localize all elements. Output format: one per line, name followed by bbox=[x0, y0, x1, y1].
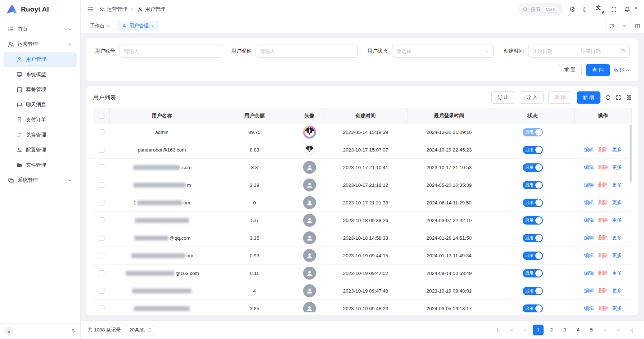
close-icon[interactable]: × bbox=[151, 23, 154, 29]
refresh-table-icon[interactable] bbox=[605, 95, 611, 100]
edit-link[interactable]: 编辑 bbox=[584, 217, 594, 223]
settings-gear-icon[interactable]: ⚙ bbox=[569, 6, 575, 13]
edit-link[interactable]: 编辑 bbox=[584, 147, 594, 152]
refresh-tab-icon[interactable] bbox=[605, 19, 618, 33]
collapse-filter-link[interactable]: 收起 bbox=[614, 67, 630, 73]
row-checkbox[interactable] bbox=[99, 270, 104, 276]
global-search[interactable]: 搜索 Ctrl K bbox=[519, 3, 562, 15]
delete-link[interactable]: 删除 bbox=[598, 253, 608, 258]
delete-link[interactable]: 删除 bbox=[598, 182, 608, 187]
sidebar-item-exchange-management[interactable]: 兑换管理 bbox=[4, 127, 77, 143]
edit-link[interactable]: 编辑 bbox=[584, 306, 594, 311]
user-status-select-value[interactable] bbox=[396, 48, 482, 54]
status-toggle[interactable]: 启用 bbox=[523, 128, 543, 136]
row-checkbox[interactable] bbox=[99, 217, 104, 223]
status-toggle[interactable]: 启用 bbox=[523, 252, 543, 260]
row-checkbox[interactable] bbox=[99, 147, 104, 153]
end-date-input[interactable] bbox=[580, 48, 618, 54]
status-toggle[interactable]: 启用 bbox=[523, 181, 543, 189]
delete-link[interactable]: 删除 bbox=[598, 147, 608, 152]
row-checkbox[interactable] bbox=[99, 200, 104, 205]
more-link[interactable]: 更多 bbox=[612, 217, 622, 223]
last-page-button[interactable]: ›| bbox=[626, 325, 637, 335]
status-toggle[interactable]: 启用 bbox=[523, 163, 543, 172]
page-button-3[interactable]: 3 bbox=[559, 325, 570, 335]
status-toggle[interactable]: 启用 bbox=[523, 234, 543, 242]
reset-button[interactable]: 重 置 bbox=[558, 64, 582, 76]
first-page-button[interactable]: |‹ bbox=[493, 325, 504, 335]
more-link[interactable]: 更多 bbox=[612, 270, 622, 276]
delete-link[interactable]: 删除 bbox=[598, 288, 608, 293]
status-toggle[interactable]: 启用 bbox=[523, 216, 543, 225]
import-button[interactable]: 导 入 bbox=[520, 91, 544, 104]
dark-mode-moon-icon[interactable]: ☾ bbox=[582, 6, 589, 13]
user-account-input[interactable] bbox=[124, 48, 217, 54]
delete-button[interactable]: 删 除 bbox=[548, 91, 572, 104]
more-link[interactable]: 更多 bbox=[612, 200, 622, 205]
select-all-checkbox[interactable] bbox=[99, 113, 104, 119]
more-link[interactable]: 更多 bbox=[612, 253, 622, 258]
search-button[interactable]: 查 询 bbox=[586, 64, 610, 76]
tab-workspace[interactable]: 工作台 × bbox=[86, 21, 114, 31]
notifications-bell-icon[interactable] bbox=[624, 6, 630, 13]
add-button[interactable]: 新 增 bbox=[577, 91, 600, 104]
delete-link[interactable]: 删除 bbox=[598, 306, 608, 311]
user-nickname-input[interactable] bbox=[260, 48, 353, 54]
next-page-button[interactable]: › bbox=[599, 325, 610, 335]
user-status-select[interactable] bbox=[392, 45, 494, 58]
row-checkbox[interactable] bbox=[99, 235, 104, 241]
more-link[interactable]: 更多 bbox=[612, 288, 622, 293]
page-button-1[interactable]: 1 bbox=[533, 325, 544, 335]
sidebar-item-system-management[interactable]: 系统管理 bbox=[4, 173, 77, 188]
row-checkbox[interactable] bbox=[99, 164, 104, 170]
edit-link[interactable]: 编辑 bbox=[584, 270, 594, 276]
sidebar-item-file-management[interactable]: 文件管理 bbox=[4, 158, 77, 173]
start-date-input[interactable] bbox=[532, 48, 570, 54]
fullscreen-table-icon[interactable] bbox=[616, 95, 621, 100]
more-link[interactable]: 更多 bbox=[612, 235, 622, 240]
column-settings-grid-icon[interactable] bbox=[626, 95, 632, 100]
sidebar-item-package-management[interactable]: 套餐管理 bbox=[4, 82, 77, 97]
sidebar-item-home[interactable]: 首页 bbox=[4, 22, 77, 37]
sidebar-item-user-management[interactable]: 用户管理 bbox=[4, 52, 77, 67]
next-group-button[interactable]: » bbox=[613, 325, 623, 335]
status-toggle[interactable]: 启用 bbox=[523, 146, 543, 154]
language-switch-icon[interactable]: 文A bbox=[596, 6, 604, 13]
more-link[interactable]: 更多 bbox=[612, 164, 622, 170]
edit-link[interactable]: 编辑 bbox=[584, 235, 594, 240]
row-checkbox[interactable] bbox=[99, 182, 104, 188]
tab-user-management[interactable]: 用户管理 × bbox=[118, 21, 158, 31]
edit-link[interactable]: 编辑 bbox=[584, 164, 594, 170]
edit-link[interactable]: 编辑 bbox=[584, 253, 594, 258]
sidebar-item-system-model[interactable]: 系统模型 bbox=[4, 67, 77, 82]
prev-group-button[interactable]: « bbox=[506, 325, 517, 335]
delete-link[interactable]: 删除 bbox=[598, 235, 608, 240]
sidebar-item-operations[interactable]: 运营管理 bbox=[4, 37, 77, 52]
edit-link[interactable]: 编辑 bbox=[584, 182, 594, 187]
export-button[interactable]: 导 出 bbox=[491, 91, 515, 104]
delete-link[interactable]: 删除 bbox=[598, 217, 608, 223]
row-checkbox[interactable] bbox=[99, 253, 104, 258]
page-size-select[interactable]: 20条/页 bbox=[126, 325, 155, 335]
sidebar-item-config-management[interactable]: 配置管理 bbox=[4, 143, 77, 158]
page-button-4[interactable]: 4 bbox=[573, 325, 584, 335]
edit-link[interactable]: 编辑 bbox=[584, 200, 594, 205]
row-checkbox[interactable] bbox=[99, 288, 104, 294]
pin-icon[interactable] bbox=[71, 329, 76, 334]
delete-link[interactable]: 删除 bbox=[598, 270, 608, 276]
more-link[interactable]: 更多 bbox=[612, 306, 622, 311]
status-toggle[interactable]: 启用 bbox=[523, 304, 543, 313]
prev-page-button[interactable]: ‹ bbox=[519, 325, 530, 335]
table-scrollbar[interactable] bbox=[630, 125, 632, 182]
page-button-5[interactable]: 5 bbox=[586, 325, 597, 335]
fullscreen-icon[interactable] bbox=[611, 6, 617, 13]
status-toggle[interactable]: 启用 bbox=[523, 269, 543, 277]
delete-link[interactable]: 删除 bbox=[598, 200, 608, 205]
maximize-content-icon[interactable] bbox=[631, 19, 644, 33]
date-range-picker[interactable]: → bbox=[528, 45, 630, 58]
breadcrumb-item-operations[interactable]: 运营管理 bbox=[99, 6, 127, 13]
row-checkbox[interactable] bbox=[99, 129, 104, 135]
edit-link[interactable]: 编辑 bbox=[584, 288, 594, 293]
status-toggle[interactable]: 启用 bbox=[523, 287, 543, 295]
sidebar-item-chat-messages[interactable]: 聊天消息 bbox=[4, 97, 77, 112]
